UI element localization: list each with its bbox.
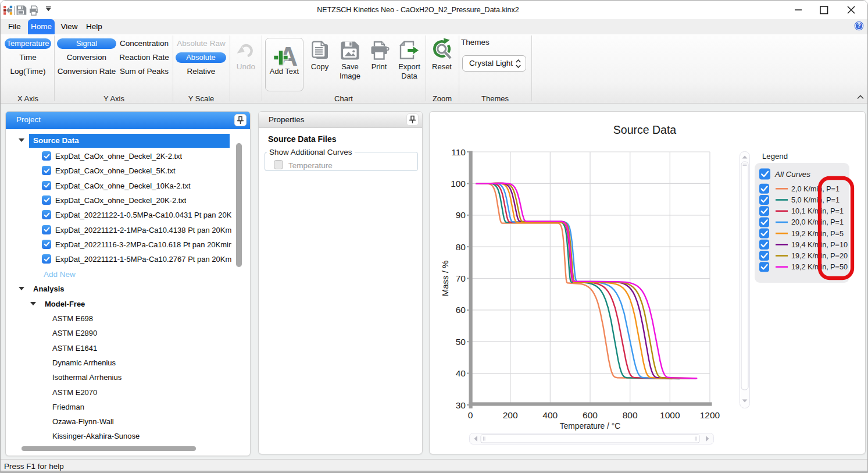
svg-text:Legend: Legend [762,152,788,161]
svg-text:800: 800 [623,410,638,420]
svg-text:90: 90 [456,210,466,220]
svg-text:20,0 K/min, P=1: 20,0 K/min, P=1 [791,218,844,226]
svg-text:Temperature / °C: Temperature / °C [560,422,620,431]
svg-text:1000: 1000 [660,410,680,420]
svg-text:400: 400 [542,410,558,420]
svg-text:600: 600 [583,410,598,420]
svg-text:2,0 K/min, P=1: 2,0 K/min, P=1 [791,185,840,193]
svg-text:10,1 K/min, P=1: 10,1 K/min, P=1 [791,207,844,215]
svg-text:60: 60 [456,305,466,315]
svg-text:70: 70 [456,273,466,283]
svg-text:5,0 K/min, P=1: 5,0 K/min, P=1 [791,196,840,204]
svg-text:1200: 1200 [700,410,720,420]
svg-text:100: 100 [451,179,466,189]
svg-text:19,2 K/min, P=5: 19,2 K/min, P=5 [791,230,844,238]
svg-text:30: 30 [456,400,466,410]
svg-text:Source Data: Source Data [613,123,677,136]
svg-text:All Curves: All Curves [774,170,810,179]
svg-text:0: 0 [468,410,473,420]
svg-text:80: 80 [456,242,466,252]
svg-text:200: 200 [503,410,518,420]
svg-text:50: 50 [456,337,466,347]
svg-text:?: ? [857,22,860,29]
svg-text:110: 110 [451,147,466,157]
svg-text:40: 40 [456,368,466,378]
svg-text:Mass / %: Mass / % [440,261,450,297]
